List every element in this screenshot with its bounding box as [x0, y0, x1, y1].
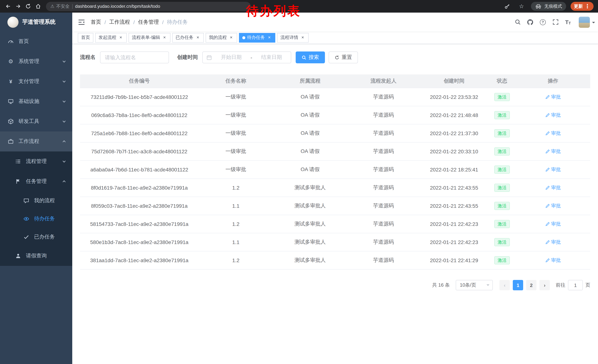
omnibox-divider [72, 4, 73, 9]
page-button-1[interactable]: 1 [513, 280, 523, 290]
approve-link[interactable]: 审批 [545, 202, 561, 209]
goto-page: 前往 页 [556, 280, 590, 290]
tag-process-detail[interactable]: 流程详情 × [277, 33, 309, 42]
approve-link[interactable]: 审批 [545, 184, 561, 191]
tag-close-icon[interactable]: × [229, 35, 234, 40]
sidebar-toggle-button[interactable] [72, 13, 91, 32]
tag-home[interactable]: 首页 [78, 33, 93, 42]
breadcrumb-item-workflow[interactable]: 工作流程 [109, 19, 130, 25]
table-row: 580e1b3d-7ac8-11ec-a9e2-a2380e71991a 1.1… [80, 233, 590, 251]
header-search-button[interactable] [511, 13, 524, 32]
security-status[interactable]: ⚠ 不安全 [50, 3, 70, 9]
breadcrumb-item-home[interactable]: 首页 [91, 19, 101, 25]
todo-task-icon [23, 215, 30, 222]
approve-label: 审批 [551, 166, 561, 173]
logo[interactable]: 芋道管理系统 [0, 13, 72, 32]
edit-icon [545, 95, 550, 99]
reset-button[interactable]: 重置 [329, 51, 358, 63]
sidebar-item-system[interactable]: ⚙ 系统管理 [0, 51, 72, 72]
top-navbar: 首页 / 工作流程 / 任务管理 / 待办任务 ? [72, 13, 598, 32]
approve-link[interactable]: 审批 [545, 239, 561, 245]
search-icon [515, 19, 521, 25]
cell-task-name: 1.1 [199, 197, 273, 215]
page-number: 1 [517, 282, 519, 288]
next-page-icon: › [544, 282, 546, 288]
cell-process: OA 请假 [273, 124, 347, 143]
home-button[interactable] [33, 1, 43, 11]
back-button[interactable] [3, 1, 13, 11]
cell-task-name: 一级审批 [199, 106, 273, 124]
chevron-up-icon [62, 139, 66, 144]
approve-link[interactable]: 审批 [545, 221, 561, 227]
approve-label: 审批 [551, 148, 561, 155]
table-row: 58154733-7ac8-11ec-a9e2-a2380e71991a 1.2… [80, 215, 590, 233]
tag-start-process[interactable]: 发起流程 × [95, 33, 127, 42]
tag-close-icon[interactable]: × [300, 35, 305, 40]
cell-initiator: 芋道源码 [347, 197, 420, 215]
tag-todo-task-active[interactable]: 待办任务 × [239, 33, 275, 42]
help-button[interactable]: ? [537, 13, 549, 32]
page-size-value: 10条/页 [460, 282, 476, 289]
approve-link[interactable]: 审批 [545, 148, 561, 155]
cell-status: 激活 [488, 161, 516, 179]
process-name-label: 流程名 [80, 54, 96, 61]
tag-close-icon[interactable]: × [162, 35, 167, 40]
breadcrumb-item-task-manage[interactable]: 任务管理 [138, 19, 159, 25]
next-page-button[interactable]: › [540, 280, 550, 290]
tag-done-task[interactable]: 已办任务 × [172, 33, 204, 42]
tag-close-icon[interactable]: × [267, 35, 272, 40]
forward-button[interactable] [13, 1, 23, 11]
sidebar-item-payment[interactable]: ¥ 支付管理 [0, 72, 72, 91]
table-row: 725a1eb6-7b88-11ec-8ef0-acde48001122 一级审… [80, 124, 590, 143]
cell-process: 测试多审批人 [273, 251, 347, 270]
approve-link[interactable]: 审批 [545, 130, 561, 137]
goto-page-input[interactable] [568, 280, 583, 290]
sidebar-item-process-manage[interactable]: 流程管理 [0, 152, 72, 171]
sidebar-item-done-task[interactable]: 已办任务 [0, 228, 72, 246]
sidebar-item-task-manage[interactable]: 任务管理 [0, 171, 72, 191]
sidebar-item-leave-query[interactable]: 请假查询 [0, 246, 72, 266]
cell-task-id: 725a1eb6-7b88-11ec-8ef0-acde48001122 [80, 124, 199, 143]
github-button[interactable] [524, 13, 537, 32]
approve-label: 审批 [551, 112, 561, 119]
approve-link[interactable]: 审批 [545, 94, 561, 100]
sidebar-item-my-process[interactable]: 我的流程 [0, 191, 72, 210]
approve-link[interactable]: 审批 [545, 257, 561, 264]
cell-actions: 审批 [516, 124, 590, 143]
cell-task-id: a6aba0a4-7b6d-11ec-b781-acde48001122 [80, 161, 199, 179]
page-button-2[interactable]: 2 [526, 280, 537, 290]
approve-link[interactable]: 审批 [545, 166, 561, 173]
font-size-button[interactable]: TT [562, 13, 574, 32]
chevron-down-icon [62, 119, 66, 124]
sidebar-item-home[interactable]: 首页 [0, 32, 72, 51]
fullscreen-button[interactable] [549, 13, 562, 32]
avatar-caret-icon[interactable] [592, 22, 595, 25]
browser-update-button[interactable]: 更新 ⋮ [571, 2, 594, 11]
sidebar-item-workflow[interactable]: 工作流程 [0, 131, 72, 152]
tag-my-process[interactable]: 我的流程 × [206, 33, 237, 42]
user-avatar[interactable] [579, 16, 590, 28]
date-range-picker[interactable]: 开始日期 - 结束日期 [202, 51, 291, 63]
tag-process-form-edit[interactable]: 流程表单-编辑 × [129, 33, 170, 42]
page-size-select[interactable]: 10条/页 [456, 280, 493, 290]
dev-tools-icon [8, 118, 14, 125]
prev-page-button[interactable]: ‹ [499, 280, 510, 290]
address-bar[interactable]: ⚠ 不安全 dashboard.yudao.iocoder.cn/bpm/tas… [46, 2, 251, 11]
reload-button[interactable] [23, 1, 33, 11]
sidebar-item-infrastructure[interactable]: 基础设施 [0, 91, 72, 112]
process-name-input[interactable] [100, 51, 169, 63]
fullscreen-icon [552, 19, 558, 25]
cell-actions: 审批 [516, 161, 590, 179]
font-size-icon: TT [565, 19, 571, 25]
tag-close-icon[interactable]: × [195, 35, 200, 40]
bookmark-star-button[interactable]: ☆ [516, 1, 526, 11]
sidebar-item-dev-tools[interactable]: 研发工具 [0, 112, 72, 131]
approve-link[interactable]: 审批 [545, 112, 561, 119]
password-key-button[interactable] [502, 1, 512, 11]
navbar-right: ? TT [511, 13, 595, 32]
status-badge: 激活 [494, 238, 510, 246]
sidebar-item-todo-task[interactable]: 待办任务 [0, 210, 72, 228]
tag-close-icon[interactable]: × [118, 35, 123, 40]
search-button[interactable]: 搜索 [296, 51, 325, 63]
status-badge: 激活 [494, 93, 510, 101]
